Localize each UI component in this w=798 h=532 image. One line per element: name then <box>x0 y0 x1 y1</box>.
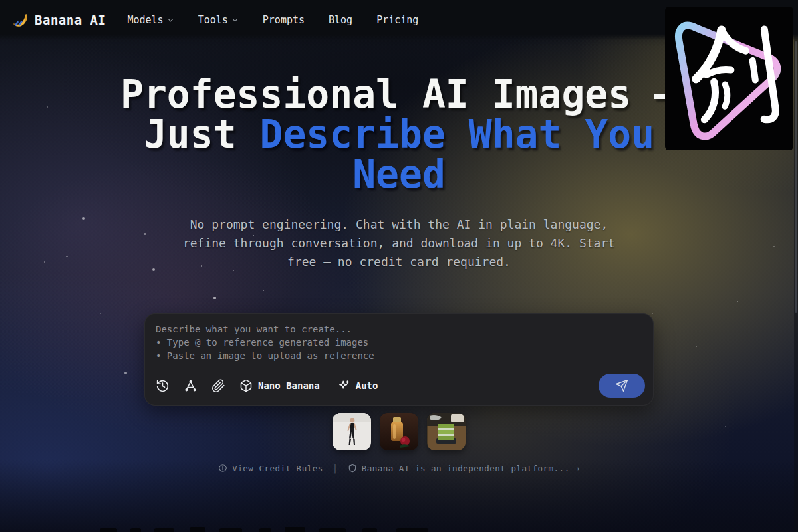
chevron-down-icon <box>231 17 239 24</box>
nav-pricing[interactable]: Pricing <box>376 14 418 26</box>
chevron-down-icon <box>167 17 174 24</box>
disclaimer-link[interactable]: Banana AI is an independent platform... … <box>348 464 580 473</box>
sample-thumb-fitness[interactable] <box>332 413 371 450</box>
banana-ai-landing-page: Banana AI Models Tools Prompts Blog <box>0 0 798 532</box>
nav-prompts[interactable]: Prompts <box>263 14 305 26</box>
watermark-art <box>665 7 793 150</box>
credit-rules-label: View Credit Rules <box>232 464 323 473</box>
nav-models[interactable]: Models <box>127 14 174 26</box>
paper-plane-icon <box>615 379 628 392</box>
sample-gallery <box>0 413 798 450</box>
next-section-peek <box>0 525 798 532</box>
matcha-dessert-photo <box>427 413 466 450</box>
history-icon <box>156 379 170 393</box>
heading-line1: Professional AI Images — <box>120 72 678 117</box>
paperclip-icon <box>211 379 225 393</box>
nav-models-label: Models <box>127 14 163 26</box>
heading-line2-accent: Describe What You <box>259 112 654 157</box>
main-nav: Models Tools Prompts Blog Pricing <box>127 14 418 26</box>
info-icon <box>218 464 227 473</box>
nav-tools-label: Tools <box>198 14 228 26</box>
nav-blog-label: Blog <box>329 14 352 26</box>
sample-thumb-matcha[interactable] <box>427 413 466 450</box>
perfume-bottle-photo <box>380 413 418 450</box>
model-selector[interactable]: Nano Banana <box>239 379 320 392</box>
mode-selector[interactable]: Auto <box>337 379 378 392</box>
templates-button[interactable] <box>184 379 198 393</box>
heading-line2-prefix: Just <box>144 112 260 157</box>
nav-blog[interactable]: Blog <box>329 14 352 26</box>
nav-tools[interactable]: Tools <box>198 14 239 26</box>
watermark-badge <box>665 7 793 150</box>
hero-subtitle: No prompt engineering. Chat with the AI … <box>0 215 798 271</box>
mode-label: Auto <box>356 380 378 391</box>
sparkles-icon <box>337 379 350 392</box>
logo-text: Banana AI <box>35 13 106 27</box>
nav-pricing-label: Pricing <box>376 14 418 26</box>
history-button[interactable] <box>156 379 170 393</box>
send-button[interactable] <box>598 374 645 398</box>
heading-line3-accent: Need <box>352 152 446 197</box>
templates-icon <box>184 379 198 393</box>
banana-icon <box>11 11 29 29</box>
nav-prompts-label: Prompts <box>263 14 305 26</box>
footer-divider: | <box>332 463 338 473</box>
model-label: Nano Banana <box>258 380 320 391</box>
shield-icon <box>348 464 357 473</box>
sample-thumb-perfume[interactable] <box>380 413 418 450</box>
fitness-model-photo <box>332 413 371 450</box>
composer-toolbar: Nano Banana Auto <box>156 374 645 398</box>
prompt-hint-1: • Type @ to reference generated images <box>156 336 642 349</box>
arrow-right-icon: → <box>575 464 580 473</box>
footer-notes: View Credit Rules | Banana AI is an inde… <box>0 463 798 473</box>
prompt-composer[interactable]: Describe what you want to create... • Ty… <box>144 313 654 406</box>
view-credit-rules-link[interactable]: View Credit Rules <box>218 464 323 473</box>
prompt-placeholder: Describe what you want to create... <box>156 323 642 336</box>
disclaimer-text: Banana AI is an independent platform... <box>362 464 570 473</box>
prompt-hint-2: • Paste an image to upload as reference <box>156 349 642 362</box>
attach-button[interactable] <box>211 379 225 393</box>
prompt-input[interactable]: Describe what you want to create... • Ty… <box>156 323 642 362</box>
logo[interactable]: Banana AI <box>11 11 106 29</box>
cube-icon <box>239 379 253 392</box>
